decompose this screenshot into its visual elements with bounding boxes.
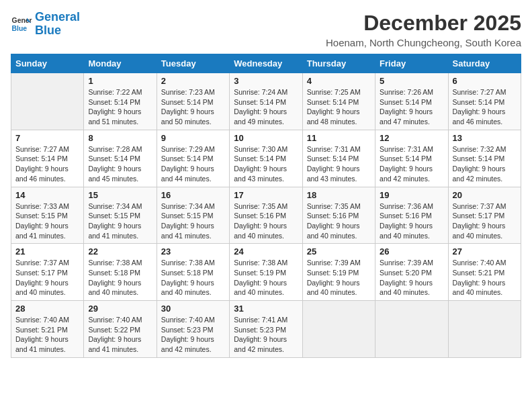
- location-title: Hoenam, North Chungcheong, South Korea: [326, 37, 521, 48]
- day-number: 10: [234, 133, 298, 143]
- calendar-cell: 2Sunrise: 7:23 AM Sunset: 5:14 PM Daylig…: [157, 73, 229, 130]
- day-info: Sunrise: 7:27 AM Sunset: 5:14 PM Dayligh…: [15, 144, 79, 184]
- day-info: Sunrise: 7:23 AM Sunset: 5:14 PM Dayligh…: [161, 87, 225, 127]
- day-number: 2: [161, 76, 225, 86]
- day-info: Sunrise: 7:34 AM Sunset: 5:15 PM Dayligh…: [161, 201, 225, 241]
- day-info: Sunrise: 7:40 AM Sunset: 5:21 PM Dayligh…: [453, 258, 517, 298]
- day-info: Sunrise: 7:28 AM Sunset: 5:14 PM Dayligh…: [88, 144, 152, 184]
- day-number: 5: [380, 76, 443, 86]
- day-info: Sunrise: 7:40 AM Sunset: 5:21 PM Dayligh…: [15, 315, 79, 355]
- calendar-cell: 27Sunrise: 7:40 AM Sunset: 5:21 PM Dayli…: [448, 244, 521, 301]
- calendar-cell: 28Sunrise: 7:40 AM Sunset: 5:21 PM Dayli…: [11, 301, 84, 358]
- calendar-cell: 10Sunrise: 7:30 AM Sunset: 5:14 PM Dayli…: [230, 130, 302, 187]
- day-info: Sunrise: 7:41 AM Sunset: 5:23 PM Dayligh…: [234, 315, 298, 355]
- calendar-cell: 19Sunrise: 7:36 AM Sunset: 5:16 PM Dayli…: [375, 187, 448, 244]
- day-number: 29: [88, 304, 152, 314]
- calendar-week-3: 14Sunrise: 7:33 AM Sunset: 5:15 PM Dayli…: [11, 187, 521, 244]
- weekday-header-thursday: Thursday: [302, 54, 375, 73]
- calendar-body: 1Sunrise: 7:22 AM Sunset: 5:14 PM Daylig…: [11, 73, 521, 358]
- day-info: Sunrise: 7:35 AM Sunset: 5:16 PM Dayligh…: [307, 201, 371, 241]
- day-info: Sunrise: 7:31 AM Sunset: 5:14 PM Dayligh…: [307, 144, 371, 184]
- logo-icon: General Blue: [11, 13, 32, 35]
- title-block: December 2025 Hoenam, North Chungcheong,…: [326, 11, 521, 48]
- month-title: December 2025: [326, 11, 521, 36]
- day-number: 11: [307, 133, 371, 143]
- day-number: 20: [453, 190, 517, 200]
- day-number: 24: [234, 246, 298, 257]
- day-info: Sunrise: 7:33 AM Sunset: 5:15 PM Dayligh…: [15, 201, 79, 241]
- calendar-cell: 7Sunrise: 7:27 AM Sunset: 5:14 PM Daylig…: [11, 130, 84, 187]
- day-number: 3: [234, 76, 298, 86]
- calendar-cell: 20Sunrise: 7:37 AM Sunset: 5:17 PM Dayli…: [448, 187, 521, 244]
- day-number: 30: [161, 304, 225, 314]
- weekday-header-wednesday: Wednesday: [230, 54, 302, 73]
- day-info: Sunrise: 7:24 AM Sunset: 5:14 PM Dayligh…: [234, 87, 298, 127]
- calendar-cell: 25Sunrise: 7:39 AM Sunset: 5:19 PM Dayli…: [302, 244, 375, 301]
- day-number: 16: [161, 190, 225, 200]
- weekday-header-sunday: Sunday: [11, 54, 84, 73]
- day-info: Sunrise: 7:31 AM Sunset: 5:14 PM Dayligh…: [380, 144, 443, 184]
- calendar-cell: 3Sunrise: 7:24 AM Sunset: 5:14 PM Daylig…: [230, 73, 302, 130]
- calendar-table: SundayMondayTuesdayWednesdayThursdayFrid…: [11, 54, 521, 358]
- calendar-cell: 24Sunrise: 7:38 AM Sunset: 5:19 PM Dayli…: [230, 244, 302, 301]
- day-number: 25: [307, 246, 371, 257]
- day-info: Sunrise: 7:25 AM Sunset: 5:14 PM Dayligh…: [307, 87, 371, 127]
- day-info: Sunrise: 7:35 AM Sunset: 5:16 PM Dayligh…: [234, 201, 298, 241]
- calendar-cell: 26Sunrise: 7:39 AM Sunset: 5:20 PM Dayli…: [375, 244, 448, 301]
- calendar-cell: 5Sunrise: 7:26 AM Sunset: 5:14 PM Daylig…: [375, 73, 448, 130]
- day-info: Sunrise: 7:40 AM Sunset: 5:23 PM Dayligh…: [161, 315, 225, 355]
- weekday-header-tuesday: Tuesday: [157, 54, 229, 73]
- day-number: 28: [15, 304, 79, 314]
- day-number: 9: [161, 133, 225, 143]
- calendar-cell: 4Sunrise: 7:25 AM Sunset: 5:14 PM Daylig…: [302, 73, 375, 130]
- day-number: 19: [380, 190, 443, 200]
- calendar-cell: 22Sunrise: 7:38 AM Sunset: 5:18 PM Dayli…: [84, 244, 157, 301]
- logo-text-line1: General: [35, 11, 80, 24]
- calendar-cell: 14Sunrise: 7:33 AM Sunset: 5:15 PM Dayli…: [11, 187, 84, 244]
- calendar-cell: 16Sunrise: 7:34 AM Sunset: 5:15 PM Dayli…: [157, 187, 229, 244]
- day-info: Sunrise: 7:27 AM Sunset: 5:14 PM Dayligh…: [453, 87, 517, 127]
- calendar-cell: [302, 301, 375, 358]
- calendar-cell: 17Sunrise: 7:35 AM Sunset: 5:16 PM Dayli…: [230, 187, 302, 244]
- day-info: Sunrise: 7:26 AM Sunset: 5:14 PM Dayligh…: [380, 87, 443, 127]
- logo: General Blue General Blue: [11, 11, 80, 38]
- day-number: 7: [15, 133, 79, 143]
- day-info: Sunrise: 7:37 AM Sunset: 5:17 PM Dayligh…: [453, 201, 517, 241]
- calendar-cell: 31Sunrise: 7:41 AM Sunset: 5:23 PM Dayli…: [230, 301, 302, 358]
- day-number: 17: [234, 190, 298, 200]
- calendar-cell: 18Sunrise: 7:35 AM Sunset: 5:16 PM Dayli…: [302, 187, 375, 244]
- day-number: 27: [453, 246, 517, 257]
- weekday-header-saturday: Saturday: [448, 54, 521, 73]
- calendar-cell: 29Sunrise: 7:40 AM Sunset: 5:22 PM Dayli…: [84, 301, 157, 358]
- calendar-cell: 13Sunrise: 7:32 AM Sunset: 5:14 PM Dayli…: [448, 130, 521, 187]
- logo-text-line2: Blue: [35, 24, 80, 38]
- day-number: 15: [88, 190, 152, 200]
- calendar-cell: [448, 301, 521, 358]
- day-info: Sunrise: 7:38 AM Sunset: 5:18 PM Dayligh…: [161, 258, 225, 298]
- calendar-cell: 8Sunrise: 7:28 AM Sunset: 5:14 PM Daylig…: [84, 130, 157, 187]
- day-info: Sunrise: 7:38 AM Sunset: 5:18 PM Dayligh…: [88, 258, 152, 298]
- calendar-cell: 11Sunrise: 7:31 AM Sunset: 5:14 PM Dayli…: [302, 130, 375, 187]
- day-number: 23: [161, 246, 225, 257]
- day-number: 26: [380, 246, 443, 257]
- weekday-header-monday: Monday: [84, 54, 157, 73]
- day-number: 21: [15, 246, 79, 257]
- calendar-cell: 1Sunrise: 7:22 AM Sunset: 5:14 PM Daylig…: [84, 73, 157, 130]
- day-number: 14: [15, 190, 79, 200]
- day-number: 22: [88, 246, 152, 257]
- page-header: General Blue General Blue December 2025 …: [11, 11, 521, 48]
- calendar-cell: [375, 301, 448, 358]
- calendar-week-4: 21Sunrise: 7:37 AM Sunset: 5:17 PM Dayli…: [11, 244, 521, 301]
- calendar-cell: [11, 73, 84, 130]
- day-number: 8: [88, 133, 152, 143]
- day-number: 4: [307, 76, 371, 86]
- day-info: Sunrise: 7:39 AM Sunset: 5:20 PM Dayligh…: [380, 258, 443, 298]
- calendar-cell: 21Sunrise: 7:37 AM Sunset: 5:17 PM Dayli…: [11, 244, 84, 301]
- calendar-cell: 30Sunrise: 7:40 AM Sunset: 5:23 PM Dayli…: [157, 301, 229, 358]
- day-number: 18: [307, 190, 371, 200]
- day-number: 12: [380, 133, 443, 143]
- day-info: Sunrise: 7:34 AM Sunset: 5:15 PM Dayligh…: [88, 201, 152, 241]
- calendar-cell: 6Sunrise: 7:27 AM Sunset: 5:14 PM Daylig…: [448, 73, 521, 130]
- day-info: Sunrise: 7:30 AM Sunset: 5:14 PM Dayligh…: [234, 144, 298, 184]
- day-info: Sunrise: 7:29 AM Sunset: 5:14 PM Dayligh…: [161, 144, 225, 184]
